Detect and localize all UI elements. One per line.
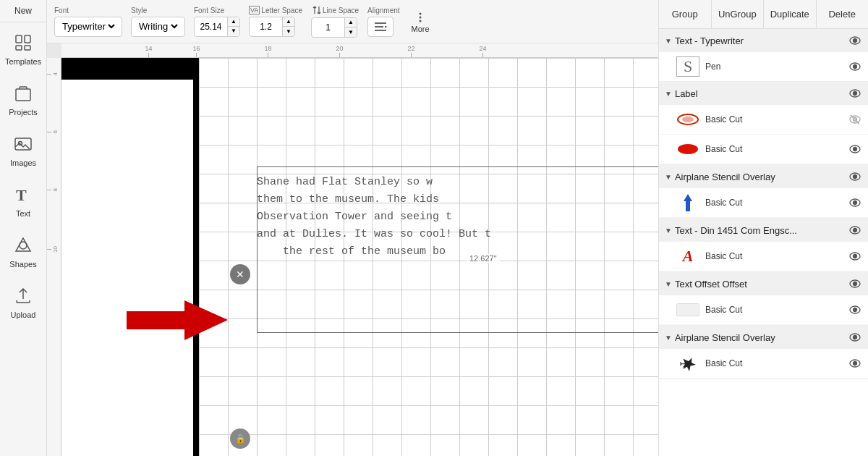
layer-item-basic-cut-5[interactable]: Basic Cut — [659, 295, 868, 325]
font-size-input[interactable]: ▲ ▼ — [194, 17, 240, 37]
layer-item-label-basic-cut-1: Basic Cut — [705, 114, 842, 124]
line-space-input[interactable]: ▲ ▼ — [311, 17, 357, 38]
pen-s-icon: S — [676, 56, 699, 77]
visibility-text-typewriter[interactable] — [848, 33, 862, 48]
visibility-text-offset[interactable] — [848, 276, 862, 291]
projects-icon — [10, 80, 36, 106]
sidebar-item-shapes[interactable]: Shapes — [0, 225, 46, 276]
visibility-basic-cut-2[interactable] — [848, 142, 862, 156]
letter-space-up[interactable]: ▲ — [283, 17, 294, 27]
svg-point-42 — [854, 282, 857, 286]
layer-arrow-text-offset: ▼ — [665, 280, 672, 288]
svg-rect-4 — [16, 89, 30, 101]
red-arrow-shape[interactable] — [127, 297, 228, 344]
layer-item-basic-cut-2[interactable]: Basic Cut — [659, 135, 868, 164]
delete-button[interactable]: Delete — [817, 0, 869, 28]
layer-item-basic-cut-6[interactable]: ✈ Basic Cut — [659, 349, 868, 379]
sidebar-item-projects[interactable]: Projects — [0, 73, 46, 124]
shapes-icon — [10, 232, 36, 258]
layer-item-label-basic-cut-5: Basic Cut — [705, 305, 842, 315]
layer-header-text-typewriter[interactable]: ▼ Text - Typewriter — [659, 29, 868, 52]
visibility-basic-cut-1[interactable] — [848, 112, 862, 127]
group-button[interactable]: Group — [659, 0, 712, 28]
svg-point-16 — [420, 20, 422, 22]
ungroup-button[interactable]: UnGroup — [712, 0, 765, 28]
sidebar-item-templates[interactable]: Templates — [0, 22, 46, 73]
layer-section-text-din: ▼ Text - Din 1451 Com Engsc... A Basic C… — [659, 219, 868, 272]
font-size-up[interactable]: ▲ — [228, 17, 239, 27]
layer-header-text-offset[interactable]: ▼ Text Offset Offset — [659, 272, 868, 295]
layer-icon-basic-cut-2 — [676, 139, 699, 159]
alignment-button[interactable] — [367, 17, 393, 37]
more-button[interactable]: More — [412, 10, 430, 33]
visibility-basic-cut-4[interactable] — [848, 249, 862, 263]
layer-header-airplane-2[interactable]: ▼ Airplane Stencil Overlay — [659, 326, 868, 349]
visibility-basic-cut-6[interactable] — [848, 356, 862, 371]
sidebar-item-text[interactable]: T Text — [0, 174, 46, 225]
layer-title-text-typewriter: Text - Typewriter — [675, 35, 845, 46]
style-select-input[interactable]: Writing — [136, 20, 180, 33]
letter-space-group: VA Letter Space ▲ ▼ — [249, 6, 302, 37]
line-space-down[interactable]: ▼ — [345, 28, 357, 37]
alignment-label: Alignment — [367, 7, 399, 14]
svg-point-14 — [420, 12, 422, 14]
new-button[interactable]: New — [0, 0, 46, 22]
lock-handle[interactable]: 🔒 — [230, 428, 250, 449]
line-space-spinners: ▲ ▼ — [344, 18, 357, 37]
style-select[interactable]: Writing — [131, 17, 185, 37]
line-space-field[interactable] — [312, 21, 344, 34]
canvas-text[interactable]: Shane had Flat Stanley so w them to the … — [257, 174, 644, 261]
alignment-group: Alignment — [367, 7, 399, 37]
svg-point-31 — [854, 148, 857, 151]
font-select-input[interactable]: Typewriter — [59, 20, 117, 33]
line-space-up[interactable]: ▲ — [345, 18, 357, 28]
sidebar-item-shapes-label: Shapes — [9, 260, 36, 269]
sidebar-item-upload[interactable]: Upload — [0, 276, 46, 326]
svg-text:✈: ✈ — [679, 356, 692, 372]
layer-item-basic-cut-4[interactable]: A Basic Cut — [659, 242, 868, 271]
sidebar-item-images[interactable]: Images — [0, 124, 46, 174]
visibility-airplane-2[interactable] — [848, 330, 862, 345]
visibility-pen[interactable] — [848, 59, 862, 74]
font-size-spinners: ▲ ▼ — [227, 17, 239, 36]
layer-arrow-airplane-2: ▼ — [665, 334, 672, 342]
layer-section-text-typewriter: ▼ Text - Typewriter S Pen — [659, 29, 868, 82]
layer-header-label[interactable]: ▼ Label — [659, 82, 868, 105]
layer-item-basic-cut-1[interactable]: Basic Cut — [659, 105, 868, 135]
svg-point-33 — [854, 175, 857, 179]
layer-title-airplane-2: Airplane Stencil Overlay — [675, 332, 845, 343]
visibility-basic-cut-3[interactable] — [848, 195, 862, 210]
duplicate-button[interactable]: Duplicate — [764, 0, 817, 28]
svg-point-40 — [854, 255, 857, 258]
font-size-field[interactable] — [195, 20, 227, 33]
layer-section-airplane-2: ▼ Airplane Stencil Overlay ✈ Basic Cut — [659, 326, 868, 379]
letter-space-input[interactable]: ▲ ▼ — [249, 17, 295, 37]
layer-header-airplane-1[interactable]: ▼ Airplane Stencil Overlay — [659, 165, 868, 188]
svg-point-28 — [854, 118, 857, 122]
svg-point-25 — [682, 117, 694, 122]
layer-item-basic-cut-3[interactable]: Basic Cut — [659, 188, 868, 218]
visibility-label[interactable] — [848, 86, 862, 101]
pen-label: Pen — [705, 62, 720, 72]
svg-rect-2 — [16, 46, 22, 50]
visibility-text-din[interactable] — [848, 223, 862, 237]
visibility-basic-cut-5[interactable] — [848, 303, 862, 317]
svg-text:T: T — [16, 186, 27, 204]
font-size-down[interactable]: ▼ — [228, 27, 239, 36]
sidebar-item-images-label: Images — [10, 159, 36, 167]
templates-icon — [10, 30, 36, 56]
layer-title-text-din: Text - Din 1451 Com Engsc... — [675, 225, 845, 236]
svg-marker-34 — [684, 194, 692, 211]
visibility-airplane-1[interactable] — [848, 169, 862, 184]
layer-header-text-din[interactable]: ▼ Text - Din 1451 Com Engsc... — [659, 219, 868, 242]
svg-point-38 — [854, 229, 857, 232]
layer-icon-basic-cut-5 — [676, 300, 699, 320]
layer-item-label-basic-cut-6: Basic Cut — [705, 358, 842, 368]
canvas[interactable]: ✕ 🔒 12.627" Shane had Flat Stanley so w … — [61, 58, 658, 456]
layer-item-label-basic-cut-2: Basic Cut — [705, 144, 842, 154]
letter-space-field[interactable] — [250, 20, 282, 33]
pen-preview: S Pen — [659, 52, 868, 81]
letter-space-down[interactable]: ▼ — [283, 27, 294, 36]
close-handle[interactable]: ✕ — [230, 264, 250, 284]
font-select[interactable]: Typewriter — [54, 17, 122, 37]
